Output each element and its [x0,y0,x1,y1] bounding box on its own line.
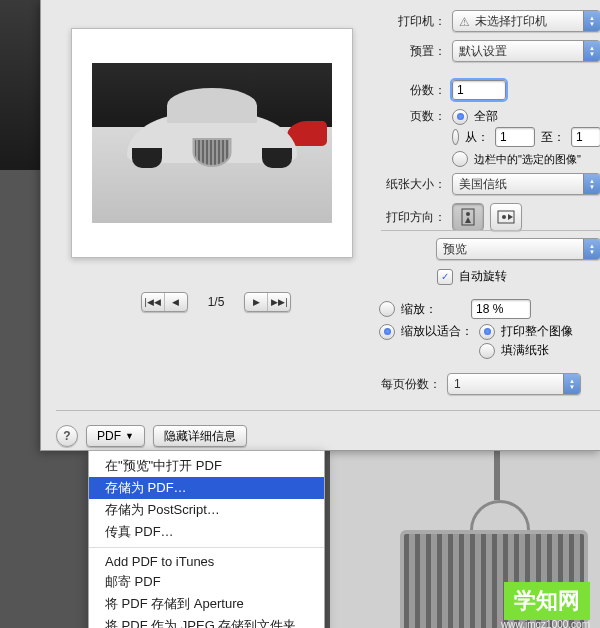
preset-label: 预置： [386,43,446,60]
portrait-icon [461,208,475,226]
page-pager: |◀◀ ◀ 1/5 ▶ ▶▶| [106,292,326,312]
auto-rotate-checkbox[interactable]: ✓ [437,269,453,285]
warning-icon: ⚠ [459,15,471,27]
menu-save-to-aperture[interactable]: 将 PDF 存储到 Aperture [89,593,324,615]
help-button[interactable]: ? [56,425,78,447]
copies-label: 份数： [386,82,446,99]
pdf-dropdown-button[interactable]: PDF ▼ [86,425,145,447]
menu-save-as-postscript[interactable]: 存储为 PostScript… [89,499,324,521]
menu-save-as-jpeg[interactable]: 将 PDF 作为 JPEG 存储到文件夹 [89,615,324,628]
fit-fill-paper-radio[interactable] [479,343,495,359]
scale-input[interactable] [471,299,531,319]
page-indicator: 1/5 [208,295,225,309]
svg-point-1 [466,212,470,216]
menu-open-in-preview[interactable]: 在"预览"中打开 PDF [89,455,324,477]
menu-add-to-itunes[interactable]: Add PDF to iTunes [89,552,324,571]
orientation-landscape[interactable] [490,203,522,231]
menu-mail-pdf[interactable]: 邮寄 PDF [89,571,324,593]
pages-range-radio[interactable] [452,129,459,145]
pages-from-input[interactable] [495,127,535,147]
pages-all-radio[interactable] [452,109,468,125]
section-select[interactable]: 预览 ▲▼ [436,238,600,260]
pages-to-input[interactable] [571,127,600,147]
first-page-button[interactable]: |◀◀ [142,293,165,311]
pages-sidebar-radio[interactable] [452,151,468,167]
last-page-button[interactable]: ▶▶| [268,293,290,311]
hide-details-button[interactable]: 隐藏详细信息 [153,425,247,447]
copies-per-page-select[interactable]: 1 ▲▼ [447,373,581,395]
landscape-icon [497,210,515,224]
orientation-portrait[interactable] [452,203,484,231]
pdf-menu: 在"预览"中打开 PDF 存储为 PDF… 存储为 PostScript… 传真… [88,450,325,628]
scale-radio[interactable] [379,301,395,317]
printer-select[interactable]: ⚠ 未选择打印机 ▲▼ [452,10,600,32]
menu-save-as-pdf[interactable]: 存储为 PDF… [89,477,324,499]
copies-per-page-label: 每页份数： [371,376,441,393]
menu-fax-pdf[interactable]: 传真 PDF… [89,521,324,543]
pages-label: 页数： [386,108,446,125]
watermark-badge: 学知网 [504,582,590,620]
page-preview [71,28,353,258]
preset-select[interactable]: 默认设置 ▲▼ [452,40,600,62]
prev-page-button[interactable]: ◀ [165,293,187,311]
printer-label: 打印机： [386,13,446,30]
paper-size-select[interactable]: 美国信纸 ▲▼ [452,173,600,195]
watermark-url: www.jmqz1000.com [501,619,590,628]
svg-point-3 [502,215,506,219]
paper-size-label: 纸张大小： [386,176,446,193]
print-dialog: |◀◀ ◀ 1/5 ▶ ▶▶| 打印机： ⚠ 未选择打印机 ▲▼ 预置： 默认设… [40,0,600,451]
caret-down-icon: ▼ [125,431,134,441]
fit-print-whole-radio[interactable] [479,324,495,340]
next-page-button[interactable]: ▶ [245,293,268,311]
orientation-label: 打印方向： [386,209,446,226]
copies-input[interactable] [452,80,506,100]
fit-radio[interactable] [379,324,395,340]
